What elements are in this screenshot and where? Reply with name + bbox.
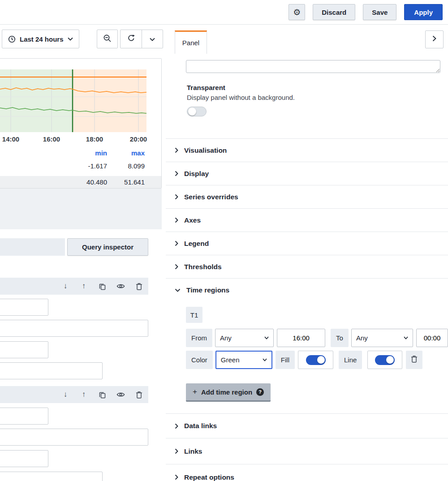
toggle-visibility-icon[interactable] bbox=[116, 282, 125, 291]
to-label: To bbox=[331, 329, 349, 347]
from-day-value: Any bbox=[220, 334, 232, 342]
query-field[interactable] bbox=[0, 408, 48, 425]
transparent-setting: Transparent Display panel without a back… bbox=[187, 84, 448, 116]
from-day-select[interactable]: Any bbox=[215, 329, 274, 347]
apply-button[interactable]: Apply bbox=[404, 4, 443, 20]
time-region-tab[interactable]: T1 bbox=[186, 307, 202, 323]
toggle-visibility-icon[interactable] bbox=[116, 390, 125, 399]
query-field[interactable] bbox=[0, 299, 48, 316]
section-thresholds[interactable]: Thresholds bbox=[166, 255, 448, 278]
query-field[interactable] bbox=[0, 341, 48, 358]
x-tick: 16:00 bbox=[43, 135, 60, 143]
from-time-input[interactable] bbox=[277, 329, 325, 347]
refresh-split-button bbox=[120, 30, 163, 48]
refresh-interval-button[interactable] bbox=[142, 30, 163, 48]
options-pane: Panel Transparent Display panel without … bbox=[166, 25, 448, 481]
section-data-links[interactable]: Data links bbox=[166, 413, 448, 438]
chevron-right-icon bbox=[175, 194, 178, 200]
to-day-value: Any bbox=[356, 334, 368, 342]
move-up-icon[interactable]: ↑ bbox=[79, 282, 88, 291]
chevron-down-icon bbox=[175, 288, 181, 292]
duplicate-icon[interactable] bbox=[98, 282, 107, 291]
trash-icon[interactable] bbox=[134, 390, 143, 399]
legend-row: -1.617 8.099 bbox=[0, 162, 161, 170]
legend-row: 40.480 51.641 bbox=[0, 176, 161, 188]
time-range-picker[interactable]: Last 24 hours bbox=[2, 30, 79, 48]
gear-icon: ⚙ bbox=[293, 7, 301, 17]
tab-panel-label: Panel bbox=[182, 39, 199, 47]
from-label: From bbox=[186, 329, 212, 347]
chevron-down-icon bbox=[68, 37, 73, 41]
section-links[interactable]: Links bbox=[166, 438, 448, 464]
section-legend[interactable]: Legend bbox=[166, 232, 448, 255]
query-row-header: ↓ ↑ bbox=[0, 386, 148, 403]
section-display[interactable]: Display bbox=[166, 162, 448, 185]
options-tab-row: Panel bbox=[166, 25, 448, 54]
fill-toggle[interactable] bbox=[298, 351, 333, 369]
description-textarea[interactable] bbox=[186, 60, 440, 73]
toggle-track bbox=[375, 355, 395, 365]
section-visualisation[interactable]: Visualisation bbox=[166, 138, 448, 162]
refresh-button[interactable] bbox=[121, 30, 142, 48]
legend-min-value: 40.480 bbox=[69, 178, 107, 186]
delete-time-region-button[interactable] bbox=[406, 351, 422, 369]
zoom-out-icon bbox=[103, 34, 112, 44]
chevron-right-icon bbox=[175, 448, 178, 454]
color-value: Green bbox=[221, 356, 240, 364]
line-toggle[interactable] bbox=[367, 351, 402, 369]
collapse-pane-button[interactable] bbox=[425, 30, 444, 48]
transparent-toggle[interactable] bbox=[187, 107, 207, 116]
chevron-right-icon bbox=[175, 217, 178, 223]
panel-preview: 14:00 16:00 18:00 20:00 min max -1.617 8… bbox=[0, 58, 162, 189]
query-field[interactable] bbox=[0, 472, 103, 481]
tab-panel[interactable]: Panel bbox=[175, 30, 207, 54]
legend-min-header[interactable]: min bbox=[69, 149, 107, 157]
zoom-out-button[interactable] bbox=[97, 30, 118, 48]
line-label: Line bbox=[339, 351, 362, 369]
query-field[interactable] bbox=[0, 362, 103, 379]
chevron-right-icon bbox=[175, 474, 178, 480]
timeseries-chart bbox=[0, 69, 146, 132]
toggle-knob bbox=[188, 107, 196, 116]
duplicate-icon[interactable] bbox=[98, 390, 107, 399]
toggle-knob bbox=[386, 356, 394, 364]
query-field[interactable] bbox=[0, 450, 48, 467]
color-label: Color bbox=[186, 351, 213, 369]
save-button[interactable]: Save bbox=[363, 4, 396, 20]
refresh-icon bbox=[127, 34, 135, 44]
add-time-region-label: Add time region bbox=[201, 388, 252, 396]
move-down-icon[interactable]: ↓ bbox=[61, 390, 70, 399]
move-down-icon[interactable]: ↓ bbox=[61, 282, 70, 291]
legend-min-value: -1.617 bbox=[69, 162, 107, 170]
section-repeat-options[interactable]: Repeat options bbox=[166, 464, 448, 481]
query-inspector-button[interactable]: Query inspector bbox=[67, 238, 148, 256]
discard-button[interactable]: Discard bbox=[313, 4, 355, 20]
chevron-right-icon bbox=[175, 423, 178, 429]
query-field[interactable] bbox=[0, 429, 148, 446]
settings-button[interactable]: ⚙ bbox=[289, 4, 305, 20]
color-select[interactable]: Green bbox=[215, 351, 272, 369]
legend-max-header[interactable]: max bbox=[107, 149, 145, 157]
x-tick: 14:00 bbox=[2, 135, 19, 143]
legend-max-value: 8.099 bbox=[107, 162, 145, 170]
toggle-track bbox=[306, 355, 326, 365]
trash-icon[interactable] bbox=[134, 282, 143, 291]
section-time-regions[interactable]: Time regions bbox=[166, 278, 448, 301]
chevron-right-icon bbox=[175, 147, 178, 153]
move-up-icon[interactable]: ↑ bbox=[79, 390, 88, 399]
add-time-region-button[interactable]: + Add time region ? bbox=[186, 383, 271, 402]
options-sections: Visualisation Display Series overrides A… bbox=[166, 138, 448, 481]
editor-background bbox=[0, 189, 162, 229]
chevron-down-icon bbox=[404, 336, 408, 339]
time-regions-editor: T1 From Any To Any Color bbox=[166, 301, 448, 413]
section-series-overrides[interactable]: Series overrides bbox=[166, 185, 448, 208]
chevron-right-icon bbox=[432, 35, 436, 43]
transparent-description: Display panel without a background. bbox=[187, 94, 448, 101]
chevron-down-icon bbox=[263, 358, 267, 361]
section-axes[interactable]: Axes bbox=[166, 208, 448, 232]
query-tab-bar bbox=[0, 238, 65, 256]
to-time-input[interactable] bbox=[416, 329, 448, 347]
panel-editor: ⚙ Discard Save Apply Last 24 hours bbox=[0, 0, 448, 481]
query-field[interactable] bbox=[0, 320, 148, 337]
to-day-select[interactable]: Any bbox=[351, 329, 413, 347]
